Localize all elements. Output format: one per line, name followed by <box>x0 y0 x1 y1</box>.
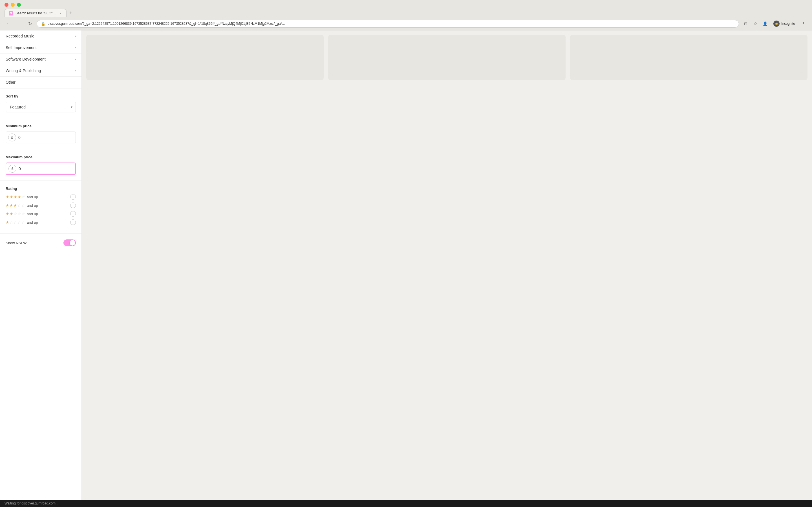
rating-radio-2[interactable] <box>70 211 76 217</box>
min-price-wrapper: £ <box>6 131 76 144</box>
rating-section: Rating ★ ★ ★ ★ ☆ and up <box>0 180 82 233</box>
tab-title: Search results for "SEO" | Gun... <box>15 11 56 15</box>
filter-panel: Recorded Music › Self Improvement › Soft… <box>0 31 82 500</box>
star-5: ☆ <box>21 194 25 199</box>
status-text: Waiting for discover.gumroad.com... <box>4 501 58 505</box>
min-price-input[interactable] <box>18 132 75 143</box>
browser-chrome: G Search results for "SEO" | Gun... × + … <box>0 0 812 31</box>
reload-button[interactable]: ↻ <box>26 20 34 27</box>
star-2: ★ <box>10 194 13 199</box>
close-window-button[interactable] <box>4 3 8 7</box>
stars-3: ★ ★ ★ ☆ ☆ <box>6 203 25 208</box>
category-label-self-improvement: Self Improvement <box>6 45 37 50</box>
rating-radio-3[interactable] <box>70 203 76 208</box>
minimize-window-button[interactable] <box>11 3 15 7</box>
chevron-right-icon: › <box>75 69 76 73</box>
star-4: ☆ <box>17 212 21 216</box>
nsfw-section: Show NSFW <box>0 233 82 252</box>
nsfw-label: Show NSFW <box>6 241 27 245</box>
rating-label: Rating <box>6 186 76 191</box>
star-4: ★ <box>17 194 21 199</box>
tab-bar: G Search results for "SEO" | Gun... × + <box>0 8 812 18</box>
address-bar: ← → ↻ 🔒 discover.gumroad.com/?_ga=2.1222… <box>0 18 812 30</box>
sort-label: Sort by <box>6 94 76 98</box>
rating-4-label: ★ ★ ★ ★ ☆ and up <box>6 194 38 199</box>
nsfw-toggle[interactable] <box>63 239 76 246</box>
star-3: ★ <box>13 194 17 199</box>
star-5: ☆ <box>21 220 25 224</box>
chevron-right-icon: › <box>75 57 76 61</box>
maximize-window-button[interactable] <box>17 3 21 7</box>
min-price-currency-badge: £ <box>8 133 16 142</box>
max-price-currency-badge: £ <box>8 165 16 173</box>
max-price-section: Maximum price £ <box>0 149 82 180</box>
star-5: ☆ <box>21 212 25 216</box>
stars-1: ★ ☆ ☆ ☆ ☆ <box>6 220 25 224</box>
traffic-lights <box>0 0 812 8</box>
max-price-wrapper: £ <box>6 163 76 175</box>
bookmark-icon[interactable]: ☆ <box>751 20 759 27</box>
category-item-other[interactable]: Other <box>0 76 82 88</box>
product-card[interactable] <box>328 35 566 80</box>
active-tab[interactable]: G Search results for "SEO" | Gun... × <box>4 9 66 17</box>
rating-row-1: ★ ☆ ☆ ☆ ☆ and up <box>6 219 76 225</box>
rating-row-3: ★ ★ ★ ☆ ☆ and up <box>6 203 76 208</box>
category-item-recorded-music[interactable]: Recorded Music › <box>0 31 82 42</box>
url-text: discover.gumroad.com/?_ga=2.122242571.10… <box>48 22 735 25</box>
category-label-writing-publishing: Writing & Publishing <box>6 68 41 73</box>
profile-icon[interactable]: 👤 <box>761 20 769 27</box>
star-1: ★ <box>6 203 9 208</box>
max-price-input[interactable] <box>18 164 75 174</box>
star-3: ☆ <box>13 220 17 224</box>
status-bar: Waiting for discover.gumroad.com... <box>0 500 812 507</box>
category-label-recorded-music: Recorded Music <box>6 34 34 38</box>
min-price-section: Minimum price £ <box>0 118 82 149</box>
toggle-knob <box>70 240 75 245</box>
stars-2: ★ ★ ☆ ☆ ☆ <box>6 212 25 216</box>
new-tab-button[interactable]: + <box>66 8 75 18</box>
incognito-icon: 🕵 <box>773 20 779 27</box>
sort-section: Sort by Featured Newest Most reviewed Hi… <box>0 88 82 118</box>
category-label-software-development: Software Development <box>6 57 46 61</box>
product-card[interactable] <box>570 35 808 80</box>
rating-2-text: and up <box>27 212 38 216</box>
rating-radio-4[interactable] <box>70 194 76 200</box>
rating-radio-1[interactable] <box>70 219 76 225</box>
star-1: ★ <box>6 212 9 216</box>
lock-icon: 🔒 <box>41 22 45 26</box>
star-2: ☆ <box>10 220 13 224</box>
incognito-button[interactable]: 🕵 Incognito <box>770 19 798 28</box>
page-content: Recorded Music › Self Improvement › Soft… <box>0 31 812 500</box>
main-content <box>82 31 812 500</box>
star-4: ☆ <box>17 220 21 224</box>
rating-3-label: ★ ★ ★ ☆ ☆ and up <box>6 203 38 208</box>
rating-2-label: ★ ★ ☆ ☆ ☆ and up <box>6 212 38 216</box>
star-2: ★ <box>10 212 13 216</box>
forward-button[interactable]: → <box>15 20 23 27</box>
min-price-label: Minimum price <box>6 124 76 128</box>
star-4: ☆ <box>17 203 21 208</box>
more-options-icon[interactable]: ⋮ <box>800 20 808 27</box>
category-list: Recorded Music › Self Improvement › Soft… <box>0 31 82 88</box>
sort-select-wrapper: Featured Newest Most reviewed Highest ra… <box>6 102 76 112</box>
category-item-writing-publishing[interactable]: Writing & Publishing › <box>0 65 82 76</box>
rating-4-text: and up <box>27 195 38 199</box>
rating-3-text: and up <box>27 203 38 208</box>
back-button[interactable]: ← <box>4 20 12 27</box>
star-3: ★ <box>13 203 17 208</box>
star-1: ★ <box>6 194 9 199</box>
sort-select[interactable]: Featured Newest Most reviewed Highest ra… <box>6 102 76 112</box>
star-2: ★ <box>10 203 13 208</box>
product-card[interactable] <box>86 35 324 80</box>
stars-4: ★ ★ ★ ★ ☆ <box>6 194 25 199</box>
url-bar[interactable]: 🔒 discover.gumroad.com/?_ga=2.122242571.… <box>37 20 739 27</box>
star-5: ☆ <box>21 203 25 208</box>
category-item-software-development[interactable]: Software Development › <box>0 54 82 65</box>
chevron-right-icon: › <box>75 34 76 38</box>
toolbar-icons: ⊡ ☆ 👤 🕵 Incognito ⋮ <box>742 19 808 28</box>
category-item-self-improvement[interactable]: Self Improvement › <box>0 42 82 54</box>
tab-close-button[interactable]: × <box>58 11 62 15</box>
star-3: ☆ <box>13 212 17 216</box>
rating-1-text: and up <box>27 220 38 224</box>
cast-icon[interactable]: ⊡ <box>742 20 750 27</box>
